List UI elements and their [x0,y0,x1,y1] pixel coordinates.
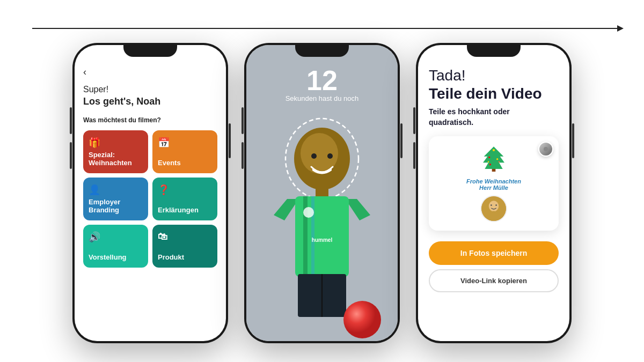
phone2-notch [295,43,349,57]
svg-point-27 [495,205,497,206]
timer-subtitle: Sekunden hast du noch [286,94,359,102]
tile-vorstellung-label: Vorstellung [89,253,143,261]
tada-line2: Teile dein Video [429,85,559,103]
tile-spezial[interactable]: 🎁 Spezial:Weihnachten [83,130,148,173]
svg-rect-15 [492,169,496,172]
tada-line1: Tada! [429,67,466,84]
phone1-notch [123,43,177,57]
svg-point-3 [327,153,333,159]
tada-title: Tada! Teile dein Video [429,67,559,102]
copy-link-button[interactable]: Video-Link kopieren [429,269,559,292]
tile-vorstellung-icon: 🔊 [89,231,143,243]
person-container: hummel [246,93,398,341]
tile-erklaerungen-label: Erklärungen [158,206,212,214]
avatar-face [481,196,506,221]
tada-subtitle: Teile es hochkant oder quadratisch. [429,107,559,128]
tile-produkt-label: Produkt [158,253,212,261]
svg-point-21 [488,161,489,163]
timer-number: 12 [286,67,359,94]
phone3-screen: Tada! Teile dein Video Teile es hochkant… [418,45,569,341]
screen2-content: 12 Sekunden hast du noch [246,45,398,341]
svg-point-10 [303,207,314,218]
tiles-grid: 🎁 Spezial:Weihnachten 📅 Events 👤 Employe… [83,130,217,268]
tile-employer-icon: 👤 [89,184,143,196]
question-text: Was möchtest du filmen? [83,116,217,124]
save-to-photos-button[interactable]: In Fotos speichern [429,241,559,265]
phone-1: ‹ Super! Los geht's, Noah Was möchtest d… [72,43,228,343]
phone-2: 12 Sekunden hast du noch [244,43,400,343]
svg-point-26 [491,205,492,206]
phone3-notch [467,43,521,57]
svg-point-16 [493,149,495,151]
tile-erklaerungen-icon: ❓ [158,184,212,196]
tile-events-label: Events [158,159,212,167]
svg-point-19 [489,164,491,165]
phone2-screen: 12 Sekunden hast du noch [246,45,398,341]
tile-vorstellung[interactable]: 🔊 Vorstellung [83,225,148,268]
greeting-text: Super! Los geht's, Noah [83,84,217,108]
tile-spezial-icon: 🎁 [89,137,143,149]
card-text-line1: Frohe Weihnachten [466,178,521,184]
person-svg: hummel [258,116,386,341]
disc-icon [538,142,553,157]
subtitle-line1: Teile es hochkant oder [429,107,510,116]
card-text-line2: Herr Mülle [479,184,508,191]
tile-produkt-icon: 🛍 [158,231,212,242]
svg-point-20 [495,165,497,166]
phone-3: Tada! Teile dein Video Teile es hochkant… [416,43,572,343]
svg-point-13 [343,301,381,338]
tile-spezial-label: Spezial:Weihnachten [89,151,143,167]
tile-erklaerungen[interactable]: ❓ Erklärungen [152,178,217,220]
video-preview-card: Frohe Weihnachten Herr Mülle [429,136,559,231]
phone1-screen: ‹ Super! Los geht's, Noah Was möchtest d… [75,45,226,341]
tile-events-icon: 📅 [158,137,212,149]
avatar [480,195,507,222]
greeting-line2: Los geht's, Noah [83,96,160,107]
tile-employer[interactable]: 👤 EmployerBranding [83,178,148,220]
tile-events[interactable]: 📅 Events [152,130,217,173]
video-card-text: Frohe Weihnachten Herr Mülle [466,178,521,191]
screen1-content: ‹ Super! Los geht's, Noah Was möchtest d… [75,45,226,341]
subtitle-line2: quadratisch. [429,118,473,127]
greeting-line1: Super! [83,85,108,94]
phones-showcase: ‹ Super! Los geht's, Noah Was möchtest d… [0,43,644,343]
svg-text:hummel: hummel [312,237,333,243]
timer-display: 12 Sekunden hast du noch [286,67,359,102]
svg-point-2 [311,153,317,159]
svg-point-24 [489,201,499,212]
svg-point-22 [499,161,500,163]
tile-produkt[interactable]: 🛍 Produkt [152,225,217,268]
progress-arrow [32,28,623,29]
screen3-content: Tada! Teile dein Video Teile es hochkant… [418,45,569,341]
svg-point-18 [496,158,498,160]
back-button[interactable]: ‹ [83,67,86,78]
tile-employer-label: EmployerBranding [89,198,143,214]
xmas-tree-icon [480,145,507,176]
svg-point-17 [488,157,490,158]
